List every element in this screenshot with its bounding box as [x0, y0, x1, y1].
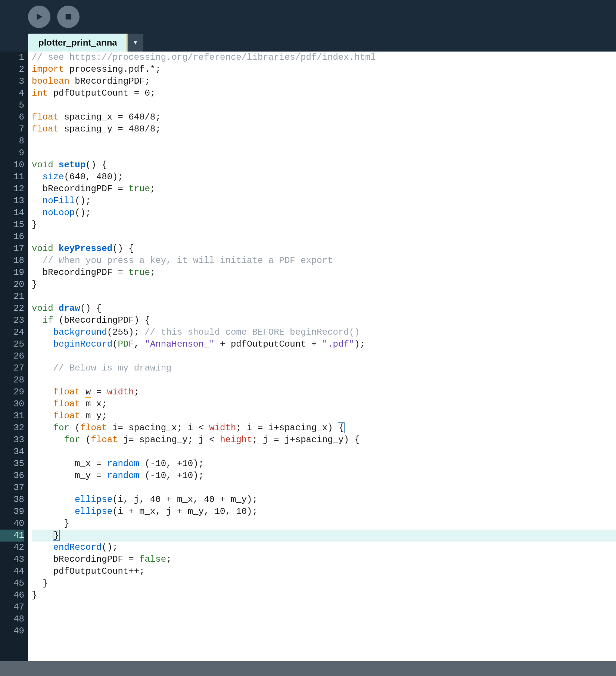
line-number: 21	[0, 291, 24, 303]
tab-dropdown[interactable]: ▼	[128, 34, 143, 52]
code-line[interactable]: boolean bRecordingPDF;	[32, 75, 616, 87]
status-bar	[0, 661, 616, 676]
code-line[interactable]: m_y = random (-10, +10);	[32, 470, 616, 482]
line-number: 16	[0, 231, 24, 243]
run-icon	[34, 12, 44, 22]
code-line[interactable]	[32, 374, 616, 386]
line-number: 35	[0, 458, 24, 470]
line-number: 32	[0, 422, 24, 434]
line-number: 1	[0, 52, 24, 63]
code-line[interactable]: }	[32, 589, 616, 601]
stop-button[interactable]	[57, 6, 80, 28]
line-number: 13	[0, 195, 24, 207]
line-number: 39	[0, 506, 24, 518]
toolbar	[0, 0, 616, 34]
code-line[interactable]: if (bRecordingPDF) {	[32, 314, 616, 326]
code-line[interactable]: }	[32, 530, 616, 542]
line-number: 19	[0, 267, 24, 279]
code-line[interactable]: // When you press a key, it will initiat…	[32, 255, 616, 267]
code-line[interactable]	[32, 446, 616, 458]
line-number: 45	[0, 577, 24, 589]
line-number: 6	[0, 111, 24, 123]
code-line[interactable]: noFill();	[32, 195, 616, 207]
line-number: 11	[0, 171, 24, 183]
code-line[interactable]: ellipse(i + m_x, j + m_y, 10, 10);	[32, 506, 616, 518]
code-line[interactable]	[32, 601, 616, 613]
code-line[interactable]: beginRecord(PDF, "AnnaHenson_" + pdfOutp…	[32, 338, 616, 350]
chevron-down-icon: ▼	[133, 39, 139, 46]
code-line[interactable]: void keyPressed() {	[32, 243, 616, 255]
line-number: 22	[0, 303, 24, 314]
code-line[interactable]: bRecordingPDF = false;	[32, 553, 616, 565]
code-line[interactable]: m_x = random (-10, +10);	[32, 458, 616, 470]
line-number: 18	[0, 255, 24, 267]
line-number: 4	[0, 87, 24, 99]
code-line[interactable]: }	[32, 577, 616, 589]
code-line[interactable]	[32, 291, 616, 303]
code-line[interactable]: // Below is my drawing	[32, 362, 616, 374]
line-number: 43	[0, 553, 24, 565]
line-number: 31	[0, 410, 24, 422]
code-line[interactable]	[32, 625, 616, 637]
code-line[interactable]: size(640, 480);	[32, 171, 616, 183]
line-number: 46	[0, 589, 24, 601]
code-line[interactable]: background(255); // this should come BEF…	[32, 326, 616, 338]
code-line[interactable]	[32, 350, 616, 362]
code-area[interactable]: // see https://processing.org/reference/…	[28, 52, 616, 661]
line-number: 7	[0, 123, 24, 135]
code-line[interactable]: float m_y;	[32, 410, 616, 422]
line-number: 33	[0, 434, 24, 446]
code-line[interactable]: float spacing_y = 480/8;	[32, 123, 616, 135]
code-editor[interactable]: 1234567891011121314151617181920212223242…	[0, 52, 616, 661]
code-line[interactable]: for (float i= spacing_x; i < width; i = …	[32, 422, 616, 434]
code-line[interactable]: }	[32, 219, 616, 231]
stop-icon	[64, 13, 72, 21]
line-number: 8	[0, 135, 24, 147]
line-number: 15	[0, 219, 24, 231]
line-number: 27	[0, 362, 24, 374]
code-line[interactable]	[32, 147, 616, 159]
line-number: 41	[0, 530, 24, 542]
code-line[interactable]: ellipse(i, j, 40 + m_x, 40 + m_y);	[32, 494, 616, 506]
line-gutter: 1234567891011121314151617181920212223242…	[0, 52, 28, 661]
line-number: 34	[0, 446, 24, 458]
line-number: 44	[0, 565, 24, 577]
code-line[interactable]: bRecordingPDF = true;	[32, 183, 616, 195]
code-line[interactable]	[32, 231, 616, 243]
code-line[interactable]: bRecordingPDF = true;	[32, 267, 616, 279]
line-number: 47	[0, 601, 24, 613]
code-line[interactable]	[32, 99, 616, 111]
line-number: 2	[0, 63, 24, 75]
code-line[interactable]: void setup() {	[32, 159, 616, 171]
code-line[interactable]: import processing.pdf.*;	[32, 63, 616, 75]
code-line[interactable]: pdfOutputCount++;	[32, 565, 616, 577]
code-line[interactable]: noLoop();	[32, 207, 616, 219]
code-line[interactable]	[32, 613, 616, 625]
code-line[interactable]: float m_x;	[32, 398, 616, 410]
code-line[interactable]: float spacing_x = 640/8;	[32, 111, 616, 123]
code-line[interactable]: }	[32, 279, 616, 291]
run-button[interactable]	[28, 6, 50, 28]
line-number: 40	[0, 518, 24, 530]
line-number: 49	[0, 625, 24, 637]
line-number: 25	[0, 338, 24, 350]
code-line[interactable]: // see https://processing.org/reference/…	[32, 52, 616, 63]
code-line[interactable]	[32, 135, 616, 147]
code-line[interactable]: endRecord();	[32, 542, 616, 553]
tab-active[interactable]: plotter_print_anna	[28, 34, 128, 52]
tab-bar: plotter_print_anna ▼	[0, 34, 616, 52]
line-number: 9	[0, 147, 24, 159]
text-cursor	[59, 531, 60, 540]
line-number: 48	[0, 613, 24, 625]
code-line[interactable]: }	[32, 518, 616, 530]
code-line[interactable]: int pdfOutputCount = 0;	[32, 87, 616, 99]
code-line[interactable]: float w = width;	[32, 386, 616, 398]
line-number: 24	[0, 326, 24, 338]
line-number: 3	[0, 75, 24, 87]
line-number: 26	[0, 350, 24, 362]
code-line[interactable]: void draw() {	[32, 303, 616, 314]
line-number: 23	[0, 314, 24, 326]
code-line[interactable]	[32, 482, 616, 494]
line-number: 10	[0, 159, 24, 171]
code-line[interactable]: for (float j= spacing_y; j < height; j =…	[32, 434, 616, 446]
